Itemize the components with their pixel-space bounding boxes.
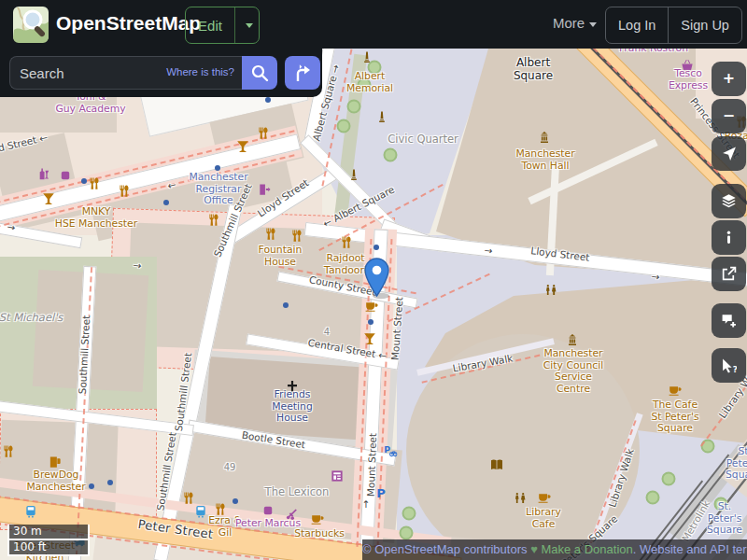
book-icon bbox=[489, 457, 504, 472]
show-my-location-button[interactable] bbox=[712, 136, 746, 171]
place-label: BrewDog Manchester bbox=[26, 469, 85, 493]
brand-title: OpenStreetMap bbox=[56, 12, 201, 35]
directions-button[interactable] bbox=[285, 56, 320, 90]
entrance-dot bbox=[107, 480, 113, 485]
tree-icon bbox=[384, 148, 398, 162]
tram-icon bbox=[24, 505, 38, 519]
zoom-out-icon: − bbox=[721, 108, 737, 124]
tree-icon bbox=[337, 119, 351, 133]
exit-icon bbox=[258, 183, 272, 197]
map-marker[interactable] bbox=[364, 258, 389, 300]
cafe-icon bbox=[365, 300, 379, 314]
place-label: Manchester Registrar Office bbox=[189, 172, 247, 207]
add-a-note-icon bbox=[721, 313, 737, 329]
osm-logo-icon bbox=[12, 6, 49, 43]
restaurant-icon bbox=[1, 445, 15, 459]
search-button[interactable] bbox=[242, 56, 277, 90]
attribution-sep: . bbox=[633, 542, 640, 556]
place-label: Rajdoot Tandoori bbox=[324, 253, 367, 276]
share-icon bbox=[721, 266, 737, 282]
bar-icon bbox=[236, 140, 250, 154]
toilets-icon bbox=[544, 284, 558, 298]
more-menu[interactable]: More bbox=[553, 15, 597, 31]
share-button[interactable] bbox=[712, 257, 746, 291]
place-label: St Michael's bbox=[0, 312, 63, 325]
edit-button[interactable]: Edit bbox=[186, 7, 235, 43]
zoom-in-icon: + bbox=[721, 71, 737, 87]
beer-icon bbox=[49, 455, 63, 469]
search-panel: Where is this? bbox=[0, 49, 322, 97]
edit-dropdown-caret[interactable] bbox=[235, 7, 259, 43]
directions-icon bbox=[292, 63, 313, 83]
tree-icon bbox=[646, 491, 660, 505]
place-label: Library Cafe bbox=[526, 507, 561, 530]
restaurant-icon bbox=[289, 230, 303, 244]
search-group: Where is this? bbox=[9, 56, 277, 90]
shop-icon bbox=[261, 504, 275, 518]
map-key-button[interactable] bbox=[712, 220, 746, 255]
layers-button[interactable] bbox=[712, 184, 746, 218]
add-a-note-button[interactable] bbox=[712, 303, 746, 338]
login-button[interactable]: Log In bbox=[606, 7, 669, 43]
entrance-dot bbox=[283, 302, 289, 308]
donate-link[interactable]: Make a Donation bbox=[541, 542, 632, 556]
zoom-in-button[interactable]: + bbox=[712, 62, 746, 96]
entrance-dot bbox=[368, 319, 374, 325]
query-features-button[interactable]: ? bbox=[712, 348, 746, 383]
show-my-location-icon bbox=[721, 146, 737, 161]
tram-icon bbox=[194, 505, 208, 519]
parking-bicycle-icon: P bbox=[384, 444, 398, 458]
bar-icon bbox=[42, 192, 56, 206]
place-label: Fountain House bbox=[259, 245, 303, 268]
place-label: 49 bbox=[224, 462, 236, 473]
more-label: More bbox=[553, 15, 585, 31]
cafe-icon bbox=[538, 491, 552, 505]
scale-bar: 30 m 100 ft bbox=[7, 525, 90, 556]
restaurant-icon bbox=[339, 236, 353, 250]
monument-icon bbox=[375, 111, 389, 125]
place-label: Peter Marcus bbox=[235, 518, 301, 530]
museum-icon bbox=[331, 469, 345, 483]
svg-text:P: P bbox=[376, 486, 386, 500]
restaurant-icon bbox=[181, 492, 195, 506]
place-label: Manchester City Council Service Centre bbox=[543, 348, 603, 396]
svg-text:−: − bbox=[723, 108, 735, 124]
restaurant-icon bbox=[87, 177, 101, 191]
entrance-dot bbox=[89, 483, 94, 489]
cafe-icon bbox=[669, 384, 683, 398]
query-features-icon: ? bbox=[721, 357, 737, 373]
terms-link[interactable]: Website and API terms bbox=[640, 542, 747, 556]
signup-button[interactable]: Sign Up bbox=[669, 7, 741, 43]
map-key-icon bbox=[721, 230, 737, 245]
svg-text:+: + bbox=[723, 71, 735, 87]
place-label: The Lexicon bbox=[265, 486, 330, 499]
layers-icon bbox=[721, 193, 737, 209]
entrance-dot bbox=[265, 97, 271, 103]
place-label: Friends Meeting House bbox=[272, 389, 313, 425]
cafe-icon bbox=[311, 512, 325, 526]
auth-button-group: Log In Sign Up bbox=[605, 7, 742, 44]
street-label: ↑ bbox=[362, 498, 371, 510]
svg-text:P: P bbox=[384, 444, 390, 455]
townhall-icon bbox=[537, 131, 552, 146]
place-label: 4 bbox=[324, 327, 330, 338]
copyright-text: © OpenStreetMap contributors bbox=[362, 542, 528, 556]
street-label: → bbox=[484, 245, 493, 257]
place-label: Manchester Town Hall bbox=[515, 148, 574, 172]
street-label: → bbox=[7, 220, 17, 232]
place-label: Tesco Express bbox=[659, 68, 718, 91]
place-label: The Cafe St Peter's Square bbox=[651, 399, 698, 435]
osm-app: Lloyd Street ←←Southmill StreetLloyd Str… bbox=[0, 0, 747, 560]
where-is-this-link[interactable]: Where is this? bbox=[166, 66, 234, 77]
street-label: → bbox=[651, 271, 660, 283]
tree-icon bbox=[400, 526, 414, 540]
bar-icon bbox=[363, 332, 377, 346]
zoom-out-button[interactable]: − bbox=[712, 99, 746, 133]
restaurant-icon bbox=[206, 214, 220, 228]
restaurant-icon bbox=[263, 228, 277, 242]
restaurant-icon bbox=[256, 127, 270, 141]
monument-icon bbox=[360, 51, 374, 65]
place-label: Civic Quarter bbox=[388, 133, 458, 147]
tree-icon bbox=[662, 472, 676, 486]
street-label: → bbox=[133, 259, 142, 272]
